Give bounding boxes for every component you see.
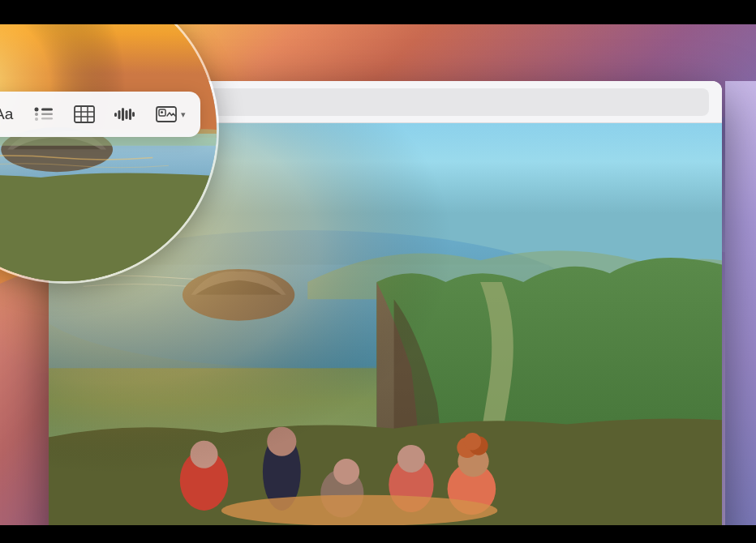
magnifier-toolbar: Aa: [0, 92, 200, 137]
svg-rect-39: [114, 113, 117, 117]
svg-rect-32: [41, 113, 53, 116]
svg-rect-31: [41, 109, 53, 111]
audio-tool[interactable]: [112, 100, 135, 129]
list-tool[interactable]: [32, 100, 56, 129]
search-bar[interactable]: Search: [145, 88, 709, 116]
magnifier-bg: [0, 0, 217, 281]
svg-rect-33: [41, 118, 53, 120]
media-tool-dropdown[interactable]: ▾: [152, 100, 186, 129]
font-size-tool[interactable]: Aa: [0, 100, 16, 129]
svg-rect-42: [125, 110, 127, 119]
svg-point-47: [161, 111, 163, 113]
svg-point-28: [34, 108, 38, 112]
svg-point-29: [35, 113, 38, 116]
magnifier-circle: Aa: [0, 0, 219, 284]
svg-rect-40: [118, 110, 120, 119]
svg-rect-41: [122, 108, 124, 121]
media-tool: [152, 100, 181, 129]
svg-rect-34: [75, 106, 94, 122]
svg-point-30: [35, 118, 38, 121]
black-bar-top: [0, 0, 756, 24]
svg-rect-43: [129, 109, 131, 120]
right-sidebar: [725, 81, 756, 543]
magnifier-scene: [0, 0, 217, 281]
media-dropdown-arrow: ▾: [181, 109, 186, 120]
svg-text:Aa: Aa: [0, 105, 13, 122]
svg-rect-44: [132, 112, 135, 117]
black-bar-bottom: [0, 525, 756, 543]
table-tool[interactable]: [72, 100, 96, 129]
